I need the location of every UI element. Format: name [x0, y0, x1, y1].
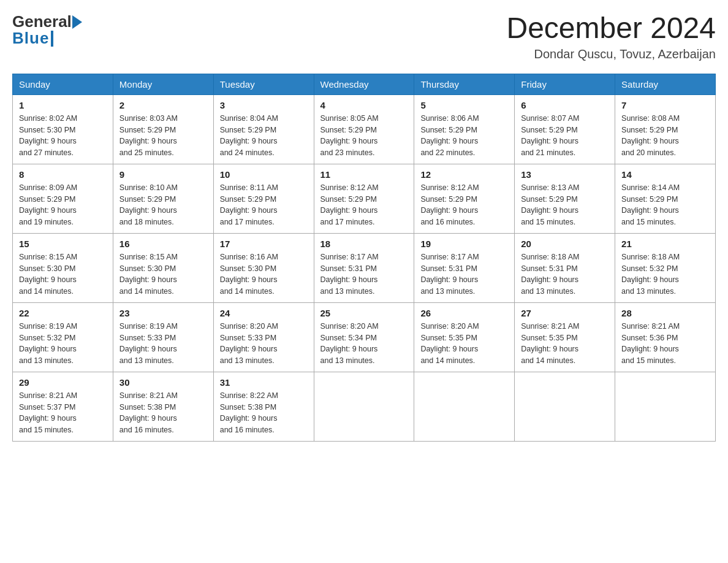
calendar-cell: 30Sunrise: 8:21 AMSunset: 5:38 PMDayligh… — [113, 372, 213, 441]
day-info: Sunrise: 8:05 AMSunset: 5:29 PMDaylight:… — [320, 113, 408, 159]
day-info: Sunrise: 8:18 AMSunset: 5:31 PMDaylight:… — [521, 251, 609, 297]
calendar-cell: 7Sunrise: 8:08 AMSunset: 5:29 PMDaylight… — [615, 94, 716, 164]
day-number: 9 — [119, 169, 207, 180]
calendar-cell: 19Sunrise: 8:17 AMSunset: 5:31 PMDayligh… — [414, 233, 515, 302]
day-info: Sunrise: 8:19 AMSunset: 5:32 PMDaylight:… — [19, 321, 107, 367]
calendar-cell — [314, 372, 414, 441]
day-info: Sunrise: 8:17 AMSunset: 5:31 PMDaylight:… — [320, 251, 408, 297]
day-number: 10 — [220, 169, 308, 180]
calendar-cell: 8Sunrise: 8:09 AMSunset: 5:29 PMDaylight… — [13, 164, 113, 233]
week-row-1: 1Sunrise: 8:02 AMSunset: 5:30 PMDaylight… — [13, 94, 716, 164]
day-number: 23 — [119, 308, 207, 318]
calendar-cell — [615, 372, 716, 441]
day-info: Sunrise: 8:09 AMSunset: 5:29 PMDaylight:… — [19, 182, 107, 228]
day-info: Sunrise: 8:10 AMSunset: 5:29 PMDaylight:… — [119, 182, 207, 228]
calendar-cell: 29Sunrise: 8:21 AMSunset: 5:37 PMDayligh… — [13, 372, 113, 441]
weekday-header-thursday: Thursday — [414, 74, 515, 94]
calendar-cell: 3Sunrise: 8:04 AMSunset: 5:29 PMDaylight… — [213, 94, 314, 164]
weekday-header-row: SundayMondayTuesdayWednesdayThursdayFrid… — [13, 74, 716, 94]
day-number: 15 — [19, 239, 107, 249]
weekday-header-wednesday: Wednesday — [314, 74, 414, 94]
day-info: Sunrise: 8:15 AMSunset: 5:30 PMDaylight:… — [19, 251, 107, 297]
calendar-table: SundayMondayTuesdayWednesdayThursdayFrid… — [12, 74, 716, 442]
week-row-3: 15Sunrise: 8:15 AMSunset: 5:30 PMDayligh… — [13, 233, 716, 302]
day-number: 12 — [420, 169, 508, 180]
calendar-cell: 11Sunrise: 8:12 AMSunset: 5:29 PMDayligh… — [314, 164, 414, 233]
title-block: December 2024 Dondar Quscu, Tovuz, Azerb… — [506, 12, 716, 61]
day-info: Sunrise: 8:15 AMSunset: 5:30 PMDaylight:… — [119, 251, 207, 297]
calendar-cell: 25Sunrise: 8:20 AMSunset: 5:34 PMDayligh… — [314, 302, 414, 372]
day-number: 21 — [621, 239, 709, 249]
calendar-cell: 26Sunrise: 8:20 AMSunset: 5:35 PMDayligh… — [414, 302, 515, 372]
day-number: 13 — [521, 169, 609, 180]
day-info: Sunrise: 8:04 AMSunset: 5:29 PMDaylight:… — [220, 113, 308, 159]
month-title: December 2024 — [506, 12, 716, 45]
weekday-header-monday: Monday — [113, 74, 213, 94]
calendar-cell: 16Sunrise: 8:15 AMSunset: 5:30 PMDayligh… — [113, 233, 213, 302]
calendar-cell — [414, 372, 515, 441]
calendar-cell: 14Sunrise: 8:14 AMSunset: 5:29 PMDayligh… — [615, 164, 716, 233]
calendar-cell: 24Sunrise: 8:20 AMSunset: 5:33 PMDayligh… — [213, 302, 314, 372]
day-info: Sunrise: 8:14 AMSunset: 5:29 PMDaylight:… — [621, 182, 709, 228]
day-number: 11 — [320, 169, 408, 180]
day-info: Sunrise: 8:20 AMSunset: 5:34 PMDaylight:… — [320, 321, 408, 367]
weekday-header-friday: Friday — [515, 74, 615, 94]
weekday-header-sunday: Sunday — [13, 74, 113, 94]
calendar-cell: 20Sunrise: 8:18 AMSunset: 5:31 PMDayligh… — [515, 233, 615, 302]
calendar-cell: 27Sunrise: 8:21 AMSunset: 5:35 PMDayligh… — [515, 302, 615, 372]
calendar-cell: 9Sunrise: 8:10 AMSunset: 5:29 PMDaylight… — [113, 164, 213, 233]
day-number: 25 — [320, 308, 408, 318]
weekday-header-tuesday: Tuesday — [213, 74, 314, 94]
logo: General Blue — [12, 12, 82, 48]
day-number: 31 — [220, 377, 308, 388]
day-info: Sunrise: 8:21 AMSunset: 5:37 PMDaylight:… — [19, 390, 107, 436]
day-info: Sunrise: 8:21 AMSunset: 5:36 PMDaylight:… — [621, 321, 709, 367]
logo-vbar-icon — [51, 31, 53, 47]
day-number: 18 — [320, 239, 408, 249]
calendar-cell: 1Sunrise: 8:02 AMSunset: 5:30 PMDaylight… — [13, 94, 113, 164]
week-row-5: 29Sunrise: 8:21 AMSunset: 5:37 PMDayligh… — [13, 372, 716, 441]
day-number: 28 — [621, 308, 709, 318]
day-info: Sunrise: 8:06 AMSunset: 5:29 PMDaylight:… — [420, 113, 508, 159]
calendar-cell: 2Sunrise: 8:03 AMSunset: 5:29 PMDaylight… — [113, 94, 213, 164]
day-info: Sunrise: 8:18 AMSunset: 5:32 PMDaylight:… — [621, 251, 709, 297]
day-info: Sunrise: 8:13 AMSunset: 5:29 PMDaylight:… — [521, 182, 609, 228]
day-number: 2 — [119, 100, 207, 110]
calendar-cell: 10Sunrise: 8:11 AMSunset: 5:29 PMDayligh… — [213, 164, 314, 233]
day-info: Sunrise: 8:12 AMSunset: 5:29 PMDaylight:… — [420, 182, 508, 228]
day-number: 17 — [220, 239, 308, 249]
day-info: Sunrise: 8:19 AMSunset: 5:33 PMDaylight:… — [119, 321, 207, 367]
calendar-cell: 4Sunrise: 8:05 AMSunset: 5:29 PMDaylight… — [314, 94, 414, 164]
day-info: Sunrise: 8:20 AMSunset: 5:33 PMDaylight:… — [220, 321, 308, 367]
calendar-cell: 13Sunrise: 8:13 AMSunset: 5:29 PMDayligh… — [515, 164, 615, 233]
day-number: 7 — [621, 100, 709, 110]
day-number: 19 — [420, 239, 508, 249]
day-info: Sunrise: 8:11 AMSunset: 5:29 PMDaylight:… — [220, 182, 308, 228]
day-info: Sunrise: 8:17 AMSunset: 5:31 PMDaylight:… — [420, 251, 508, 297]
weekday-header-saturday: Saturday — [615, 74, 716, 94]
calendar-cell: 18Sunrise: 8:17 AMSunset: 5:31 PMDayligh… — [314, 233, 414, 302]
logo-blue-text: Blue — [12, 29, 49, 48]
day-info: Sunrise: 8:16 AMSunset: 5:30 PMDaylight:… — [220, 251, 308, 297]
day-number: 24 — [220, 308, 308, 318]
day-number: 4 — [320, 100, 408, 110]
day-number: 8 — [19, 169, 107, 180]
week-row-2: 8Sunrise: 8:09 AMSunset: 5:29 PMDaylight… — [13, 164, 716, 233]
day-number: 22 — [19, 308, 107, 318]
day-number: 29 — [19, 377, 107, 388]
day-number: 14 — [621, 169, 709, 180]
day-info: Sunrise: 8:20 AMSunset: 5:35 PMDaylight:… — [420, 321, 508, 367]
calendar-cell: 23Sunrise: 8:19 AMSunset: 5:33 PMDayligh… — [113, 302, 213, 372]
day-number: 26 — [420, 308, 508, 318]
calendar-cell: 12Sunrise: 8:12 AMSunset: 5:29 PMDayligh… — [414, 164, 515, 233]
day-number: 1 — [19, 100, 107, 110]
day-info: Sunrise: 8:12 AMSunset: 5:29 PMDaylight:… — [320, 182, 408, 228]
location-title: Dondar Quscu, Tovuz, Azerbaijan — [506, 47, 716, 61]
day-number: 6 — [521, 100, 609, 110]
day-number: 5 — [420, 100, 508, 110]
day-info: Sunrise: 8:22 AMSunset: 5:38 PMDaylight:… — [220, 390, 308, 436]
day-info: Sunrise: 8:21 AMSunset: 5:38 PMDaylight:… — [119, 390, 207, 436]
day-info: Sunrise: 8:02 AMSunset: 5:30 PMDaylight:… — [19, 113, 107, 159]
calendar-cell: 21Sunrise: 8:18 AMSunset: 5:32 PMDayligh… — [615, 233, 716, 302]
day-number: 20 — [521, 239, 609, 249]
